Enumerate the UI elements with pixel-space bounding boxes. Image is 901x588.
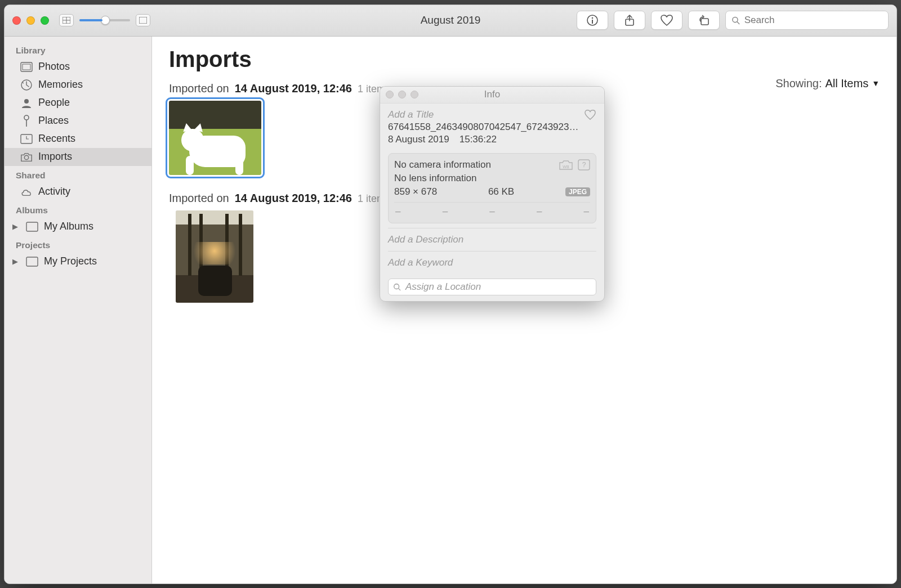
thumbnail-content — [169, 101, 261, 175]
photos-icon — [20, 61, 33, 73]
panel-close-button[interactable] — [386, 91, 394, 98]
dash: – — [537, 206, 542, 217]
location-placeholder: Assign a Location — [405, 281, 481, 293]
sidebar-item-photos[interactable]: Photos — [5, 58, 151, 76]
dash: – — [584, 206, 589, 217]
memories-icon — [20, 79, 33, 91]
info-panel-title: Info — [484, 89, 500, 100]
showing-value: All Items — [825, 77, 868, 90]
filesize: 66 KB — [437, 186, 565, 198]
thumbnail-content — [176, 210, 253, 303]
folder-icon — [26, 255, 38, 268]
folder-icon — [26, 221, 38, 233]
description-input[interactable]: Add a Description — [388, 228, 596, 251]
slider-knob[interactable] — [101, 16, 110, 25]
camera-info: No camera information — [394, 159, 491, 170]
sidebar-item-people[interactable]: People — [5, 94, 151, 112]
minimize-button[interactable] — [26, 16, 35, 25]
svg-text:WB: WB — [563, 165, 569, 169]
search-input[interactable] — [744, 15, 882, 26]
format-badge: JPEG — [565, 187, 590, 196]
sidebar-item-label: Imports — [38, 151, 72, 163]
sidebar-section-library: Library — [5, 41, 151, 58]
svg-point-5 — [592, 17, 594, 19]
sidebar-item-label: Recents — [38, 133, 75, 145]
title-input[interactable]: Add a Title — [388, 109, 434, 120]
info-panel-titlebar[interactable]: Info — [380, 87, 604, 104]
sidebar-item-label: Places — [38, 115, 69, 127]
thumb-small-icon[interactable] — [59, 14, 74, 26]
thumbnail-size-control — [59, 14, 150, 26]
exif-dash-row: – – – – – — [394, 202, 590, 218]
sidebar-section-projects: Projects — [5, 236, 151, 253]
people-icon — [20, 97, 33, 109]
sidebar-item-my-albums[interactable]: ▶ My Albums — [5, 218, 151, 236]
dash: – — [489, 206, 494, 217]
svg-point-14 — [24, 99, 29, 104]
lens-info: No lens information — [394, 173, 476, 184]
page-title: Imports — [169, 47, 880, 72]
sidebar-item-label: Photos — [38, 61, 70, 73]
window-titlebar: August 2019 — [5, 5, 896, 37]
cloud-icon — [20, 186, 33, 198]
location-input[interactable]: Assign a Location — [388, 279, 596, 295]
info-button[interactable] — [577, 11, 608, 30]
sidebar-item-recents[interactable]: Recents — [5, 130, 151, 148]
dash: – — [395, 206, 400, 217]
sidebar-item-label: Memories — [38, 79, 83, 91]
sidebar-item-imports[interactable]: Imports — [5, 148, 151, 166]
favorite-icon[interactable] — [584, 109, 596, 120]
sidebar-item-places[interactable]: Places — [5, 112, 151, 130]
sidebar-item-my-projects[interactable]: ▶ My Projects — [5, 253, 151, 271]
zoom-button[interactable] — [41, 16, 49, 25]
photo-thumbnail[interactable] — [169, 101, 261, 175]
share-button[interactable] — [614, 11, 645, 30]
close-button[interactable] — [12, 16, 21, 25]
sidebar-item-label: My Albums — [44, 221, 93, 232]
recents-icon — [20, 133, 33, 145]
traffic-lights — [12, 16, 49, 25]
info-time: 15:36:22 — [460, 134, 497, 145]
search-field[interactable] — [725, 11, 889, 30]
svg-point-15 — [24, 115, 29, 120]
rotate-button[interactable] — [688, 11, 720, 30]
imports-icon — [20, 151, 33, 163]
showing-label: Showing: — [775, 77, 822, 90]
help-icon: ? — [578, 159, 590, 170]
svg-rect-20 — [26, 257, 38, 266]
camera-meta-box: No camera information WB ? No lens infor… — [388, 153, 596, 223]
thumb-large-icon[interactable] — [136, 14, 150, 26]
svg-rect-8 — [701, 19, 708, 25]
panel-minimize-button[interactable] — [398, 91, 406, 98]
search-icon — [731, 16, 740, 25]
sidebar-item-activity[interactable]: Activity — [5, 183, 151, 201]
panel-zoom-button[interactable] — [411, 91, 418, 98]
group-date: 14 August 2019, 12:46 — [235, 82, 352, 95]
disclosure-icon[interactable]: ▶ — [12, 257, 19, 266]
sidebar: Library Photos Memories — [5, 37, 152, 583]
sidebar-item-label: Activity — [38, 186, 70, 198]
dash: – — [443, 206, 448, 217]
svg-point-24 — [394, 284, 399, 289]
photo-thumbnail[interactable] — [176, 210, 253, 303]
svg-point-18 — [24, 155, 28, 159]
search-icon — [393, 283, 401, 291]
group-date: 14 August 2019, 12:46 — [235, 192, 352, 205]
info-filename: 67641558_2463490807042547_67243923… — [388, 122, 579, 133]
keyword-input[interactable]: Add a Keyword — [388, 251, 596, 274]
showing-filter[interactable]: Showing: All Items ▼ — [775, 77, 880, 90]
sidebar-section-shared: Shared — [5, 166, 151, 183]
places-icon — [20, 115, 33, 127]
disclosure-icon[interactable]: ▶ — [12, 222, 19, 231]
svg-rect-3 — [139, 17, 147, 24]
sidebar-item-memories[interactable]: Memories — [5, 76, 151, 94]
info-date: 8 August 2019 — [388, 134, 449, 145]
sidebar-item-label: People — [38, 97, 70, 109]
camera-wb-icon: WB — [559, 159, 573, 170]
svg-rect-19 — [26, 222, 38, 231]
svg-rect-6 — [592, 20, 593, 24]
dimensions: 859 × 678 — [394, 186, 437, 198]
thumb-size-slider[interactable] — [79, 19, 130, 21]
sidebar-section-albums: Albums — [5, 201, 151, 218]
favorite-button[interactable] — [651, 11, 683, 30]
